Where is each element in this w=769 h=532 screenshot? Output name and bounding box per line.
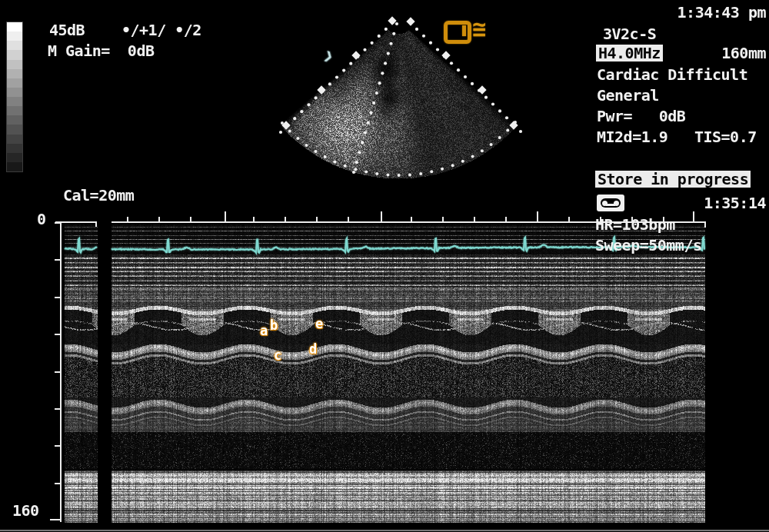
point-label-e: e <box>315 316 323 331</box>
depth-scale-min: 0 <box>37 211 46 228</box>
probe-orientation-icon <box>444 21 471 44</box>
cassette-tape-bar <box>606 204 615 206</box>
point-label-d: d <box>309 341 317 357</box>
power-readout: Pwr= 0dB <box>597 108 685 125</box>
store-time: 1:35:14 <box>704 195 766 211</box>
depth-setting: 160mm <box>721 45 766 62</box>
grayscale-map-bar <box>6 22 23 172</box>
transducer-name: 3V2c-S <box>603 25 656 42</box>
store-status-badge: Store in progress <box>595 171 751 188</box>
acquisition-time: 1:34:43 pm <box>677 4 766 21</box>
point-label-a: a <box>260 323 268 338</box>
gain-readout: 45dB <box>49 22 85 38</box>
ultrasound-display: 45dB •/+1/ •/2 M Gain= 0dB Cal=20mm 1:34… <box>0 0 769 532</box>
heart-rate-readout: HR=103bpm <box>595 216 675 233</box>
m-gain-readout: M Gain= 0dB <box>48 42 155 59</box>
point-label-b: b <box>270 318 278 333</box>
frequency-badge: H4.0MHz <box>596 45 663 62</box>
approx-symbol-icon: ≅ <box>472 15 486 42</box>
preset-name: General <box>597 87 659 104</box>
sweep-speed-readout: Sweep=50mm/s <box>595 237 702 254</box>
cassette-slot <box>601 198 621 208</box>
point-label-c: c <box>274 347 281 363</box>
mi-tis-readout: MI2d=1.9 TIS=0.7 <box>597 128 757 145</box>
cassette-icon <box>597 195 624 211</box>
calibration-label: Cal=20mm <box>63 187 134 204</box>
map-settings: •/+1/ •/2 <box>122 22 201 38</box>
depth-scale-max: 160 <box>12 502 39 519</box>
exam-type: Cardiac Difficult <box>597 66 747 83</box>
probe-orientation-bar <box>462 25 466 36</box>
